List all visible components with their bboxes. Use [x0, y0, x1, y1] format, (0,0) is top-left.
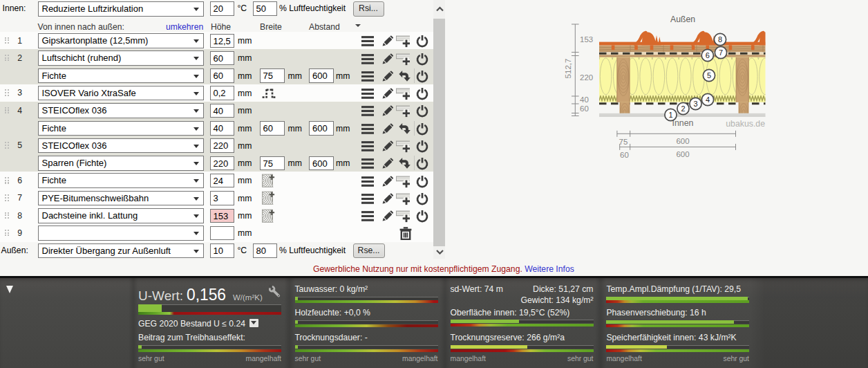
svg-text:600: 600 [676, 150, 689, 158]
svg-text:2: 2 [681, 104, 685, 113]
svg-text:75: 75 [619, 138, 628, 146]
svg-text:600: 600 [676, 137, 689, 145]
svg-text:5: 5 [707, 71, 711, 80]
svg-text:60: 60 [620, 151, 629, 159]
svg-text:40: 40 [580, 95, 589, 104]
svg-text:1: 1 [668, 111, 672, 119]
svg-text:7: 7 [719, 48, 723, 57]
svg-text:ubakus.de: ubakus.de [726, 119, 765, 129]
svg-text:4: 4 [706, 95, 710, 104]
svg-text:3: 3 [693, 100, 697, 108]
svg-text:Außen: Außen [670, 15, 695, 24]
svg-text:60: 60 [580, 104, 589, 113]
svg-text:512,7: 512,7 [564, 59, 572, 79]
svg-text:153: 153 [580, 35, 593, 44]
svg-text:8: 8 [718, 35, 722, 44]
svg-text:6: 6 [706, 51, 710, 59]
svg-text:220: 220 [580, 73, 593, 82]
